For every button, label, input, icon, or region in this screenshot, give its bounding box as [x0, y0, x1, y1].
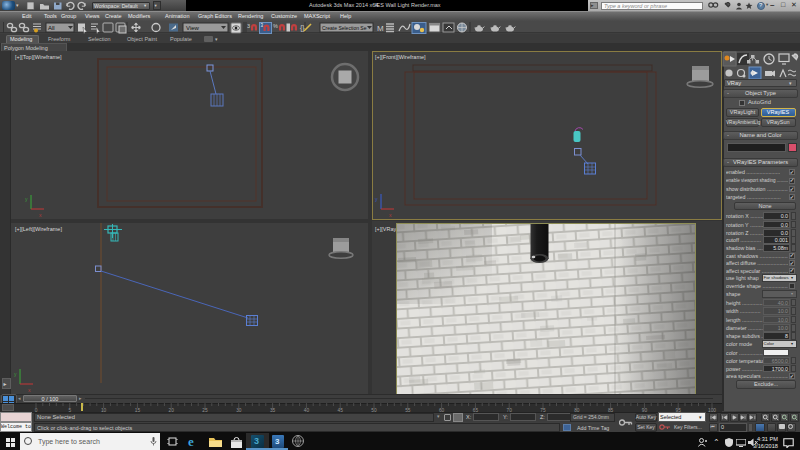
- svg-text:%: %: [273, 22, 278, 28]
- svg-text:x: x: [389, 212, 392, 218]
- svg-text:3: 3: [247, 22, 250, 28]
- svg-text:Create Selection Se: Create Selection Se: [322, 24, 367, 30]
- svg-text:x: x: [39, 212, 42, 218]
- svg-text:M: M: [377, 24, 384, 33]
- svg-text:x: x: [28, 387, 31, 393]
- svg-text:y: y: [375, 196, 378, 202]
- svg-text:All: All: [48, 25, 55, 31]
- svg-text:y: y: [14, 371, 17, 377]
- svg-text:y: y: [25, 196, 28, 202]
- svg-text:View: View: [186, 25, 200, 31]
